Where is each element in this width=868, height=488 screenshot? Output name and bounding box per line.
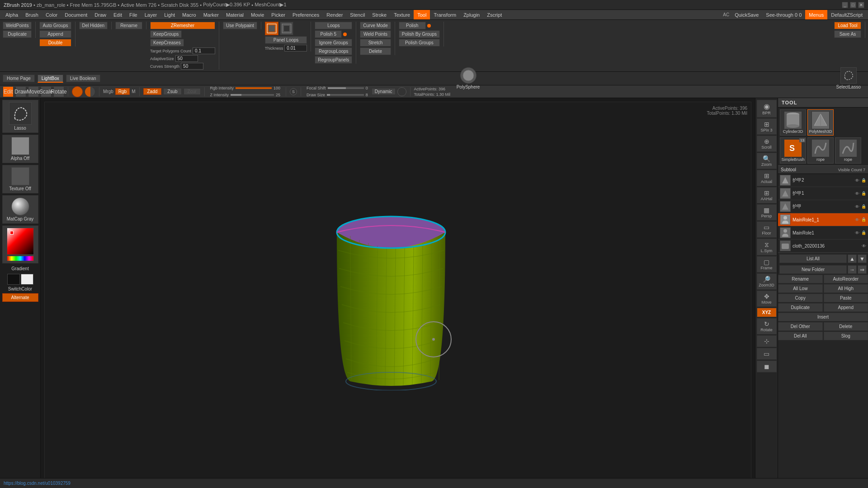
subtool-vis-3[interactable]: 👁	[855, 217, 859, 222]
tasp-btn[interactable]: ⊹	[757, 335, 777, 347]
swatch-white[interactable]	[21, 274, 33, 285]
aahal-btn[interactable]: ⊞ AAHal	[757, 187, 777, 203]
switch-color-btn[interactable]: SwitchColor	[8, 286, 32, 291]
menu-draw[interactable]: Draw	[91, 10, 110, 19]
panel-loops-icon1[interactable]	[265, 22, 278, 35]
duplicate-btn[interactable]: Duplicate	[3, 30, 32, 38]
menu-brush[interactable]: Brush	[22, 10, 42, 19]
polish-btn[interactable]: Polish	[399, 22, 426, 29]
subtool-lock-3[interactable]: 🔒	[861, 217, 866, 222]
rotate-btn[interactable]: Rotate	[53, 86, 64, 97]
spix-btn[interactable]: ⊞ SPix 3	[757, 118, 777, 135]
subtool-item-1[interactable]: 护甲1 👁 🔒	[778, 187, 868, 200]
menu-document[interactable]: Document	[61, 10, 91, 19]
lsym-btn[interactable]: ⧖ L.Sym	[757, 239, 777, 255]
zcur-btn[interactable]: Zcur	[184, 88, 201, 95]
menu-movie[interactable]: Movie	[247, 10, 268, 19]
quick-save[interactable]: QuickSave	[731, 10, 762, 19]
menu-light[interactable]: Light	[160, 10, 179, 19]
zoom3d-btn[interactable]: 🔎 Zoom3D	[757, 273, 777, 290]
subtool-item-3[interactable]: MainRole1_1 👁 🔒	[778, 213, 868, 226]
menu-render[interactable]: Render	[323, 10, 346, 19]
delete-btn[interactable]: Delete	[360, 47, 391, 55]
subtool-vis-0[interactable]: 👁	[855, 178, 859, 183]
thickness-input[interactable]	[284, 45, 307, 52]
matcap-btn[interactable]: MatCap Gray	[2, 195, 38, 224]
slab-btn[interactable]: ◼	[757, 361, 777, 372]
slog-btn[interactable]: Slog	[824, 332, 868, 340]
insert-btn[interactable]: Insert	[778, 313, 868, 321]
menu-picker[interactable]: Picker	[268, 10, 289, 19]
stretch-btn[interactable]: Stretch	[360, 39, 391, 47]
weld-points2-btn[interactable]: Weld Points	[360, 30, 391, 38]
alpha-off-btn[interactable]: Alpha Off	[2, 135, 38, 163]
folder-arrow2-btn[interactable]: ⇒	[858, 265, 867, 274]
edit-btn[interactable]: Edit	[3, 86, 14, 97]
menu-tool[interactable]: Tool	[414, 10, 430, 19]
subtool-vis-1[interactable]: 👁	[855, 191, 859, 196]
append-btn[interactable]: Append	[39, 30, 71, 38]
paste-btn[interactable]: Paste	[824, 294, 868, 302]
subtool-item-5[interactable]: cloth_20200136 👁	[778, 239, 868, 253]
menu-alpha[interactable]: Alpha	[2, 10, 22, 19]
persp-btn[interactable]: ▦ Persp	[757, 204, 777, 221]
circle-btn[interactable]	[397, 87, 406, 96]
weld-points-btn[interactable]: WeldPoints	[3, 22, 32, 29]
select-lasso-tool[interactable]: SelectLasso	[836, 67, 861, 89]
draw-size-track[interactable]	[327, 94, 364, 96]
all-high-btn[interactable]: All High	[824, 284, 868, 293]
z-intensity-track[interactable]	[231, 94, 274, 96]
bpr-btn[interactable]: ◉ BPR	[757, 100, 777, 117]
see-through[interactable]: See-through 0 0	[762, 10, 805, 19]
list-all-btn[interactable]: List All	[779, 254, 847, 263]
subtool-item-4[interactable]: MainRole1 👁 🔒	[778, 226, 868, 239]
polish-groups-btn[interactable]: Polish Groups	[399, 39, 440, 47]
keep-groups-btn[interactable]: KeepGroups	[150, 30, 182, 38]
color-picker-btn[interactable]	[2, 225, 38, 263]
subtool-item-2[interactable]: 护甲 👁 🔒	[778, 200, 868, 213]
home-page-tab[interactable]: Home Page	[3, 75, 35, 82]
menu-marker[interactable]: Marker	[200, 10, 222, 19]
polish-by-groups-btn[interactable]: Polish By Groups	[399, 30, 440, 38]
simplebrush-tool[interactable]: 13 S SimpleBrush	[780, 137, 806, 164]
menu-texture[interactable]: Texture	[390, 10, 414, 19]
xyz-btn[interactable]: XYZ	[757, 308, 777, 317]
color-strip[interactable]	[7, 256, 34, 261]
menu-preferences[interactable]: Preferences	[289, 10, 323, 19]
frame-btn[interactable]: ▢ Frame	[757, 256, 777, 272]
menu-stroke[interactable]: Stroke	[368, 10, 390, 19]
rename-btn[interactable]: Rename	[115, 22, 142, 29]
target-poly-input[interactable]	[193, 47, 215, 54]
del-hidden-btn[interactable]: Del Hidden	[79, 22, 108, 29]
zremesher-btn[interactable]: ZRemesher	[150, 22, 215, 29]
alternate-btn[interactable]: Alternate	[2, 293, 38, 302]
default-zscript[interactable]: DefaultZScript	[827, 10, 866, 19]
all-low-btn[interactable]: All Low	[778, 284, 823, 293]
rgb-btn[interactable]: Rgb	[115, 88, 130, 95]
subtool-item-0[interactable]: 护甲2 👁 🔒	[778, 174, 868, 187]
panel-loops-icon2[interactable]	[280, 22, 293, 35]
half-circle-btn[interactable]	[85, 86, 95, 97]
zoom-btn[interactable]: 🔍 Zoom	[757, 153, 777, 169]
polish-5-btn[interactable]: Polish 5	[315, 30, 342, 38]
auto-groups-btn[interactable]: Auto Groups	[39, 22, 71, 29]
polymesh3d-tool[interactable]: PolyMesh3D	[807, 109, 834, 136]
lightbox-tab[interactable]: LightBox	[38, 75, 63, 83]
menu-layer[interactable]: Layer	[141, 10, 161, 19]
list-down-btn[interactable]: ▼	[858, 254, 867, 263]
focal-shift-track[interactable]	[328, 87, 364, 89]
del-other-btn[interactable]: Del Other	[778, 322, 823, 331]
menus-btn[interactable]: Menus	[805, 10, 827, 19]
curve-mode-btn[interactable]: Curve Mode	[360, 22, 391, 29]
delete2-btn[interactable]: Delete	[824, 322, 868, 331]
rope2-tool[interactable]: rope	[835, 137, 861, 164]
keep-creases-btn[interactable]: KeepCreases	[150, 39, 184, 47]
loops-btn[interactable]: Loops	[315, 22, 352, 29]
panel-loops-btn[interactable]: Panel Loops	[265, 36, 307, 44]
menu-zscript[interactable]: Zscript	[483, 10, 505, 19]
menu-transform[interactable]: Transform	[430, 10, 460, 19]
auto-reorder-btn[interactable]: AutoReorder	[824, 275, 868, 283]
subtool-vis-5[interactable]: 👁	[862, 244, 866, 249]
list-up-btn[interactable]: ▲	[848, 254, 857, 263]
subtool-lock-0[interactable]: 🔒	[861, 178, 866, 183]
